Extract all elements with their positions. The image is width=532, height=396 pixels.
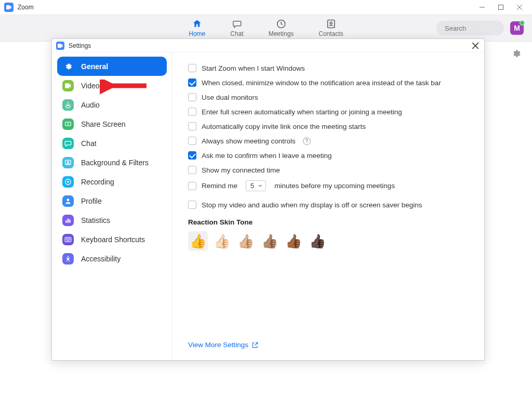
option-row[interactable]: Enter full screen automatically when sta… xyxy=(188,108,471,116)
sidebar-item-label: Recording xyxy=(81,178,114,186)
sidebar-item-label: Share Screen xyxy=(81,120,126,128)
sidebar-item-accessibility[interactable]: Accessibility xyxy=(57,249,167,268)
checkbox[interactable] xyxy=(188,166,196,174)
svg-point-22 xyxy=(68,239,68,239)
checkbox[interactable] xyxy=(188,201,196,209)
option-stop-video[interactable]: Stop my video and audio when my display … xyxy=(188,201,471,209)
svg-rect-19 xyxy=(69,219,70,222)
avatar[interactable]: M xyxy=(510,21,524,35)
svg-point-23 xyxy=(69,239,70,239)
option-remind[interactable]: Remind me 5 minutes before my upcoming m… xyxy=(188,180,471,191)
window-close[interactable] xyxy=(515,3,524,11)
window-maximize[interactable] xyxy=(497,3,505,11)
option-label: Remind me xyxy=(202,182,237,190)
option-label: Stop my video and audio when my display … xyxy=(202,201,422,209)
zoom-app-icon xyxy=(56,42,64,50)
sidebar-item-chat[interactable]: Chat xyxy=(57,134,167,153)
sidebar-item-label: Keyboard Shortcuts xyxy=(81,235,145,244)
option-row[interactable]: Use dual monitors xyxy=(188,93,471,101)
sidebar-item-label: Accessibility xyxy=(81,255,121,263)
sidebar-item-audio[interactable]: Audio xyxy=(57,95,167,114)
sidebar-item-recording[interactable]: Recording xyxy=(57,172,167,191)
search-box[interactable] xyxy=(436,21,504,35)
sidebar-item-video[interactable]: Video xyxy=(57,76,167,95)
option-label: Start Zoom when I start Windows xyxy=(202,64,305,72)
svg-rect-17 xyxy=(65,220,66,223)
sharescreen-icon xyxy=(62,118,74,130)
settings-content: Start Zoom when I start WindowsWhen clos… xyxy=(172,52,484,360)
checkbox[interactable] xyxy=(188,78,196,87)
view-more-settings-link[interactable]: View More Settings xyxy=(188,341,259,349)
skin-tone-option[interactable]: 👍🏻 xyxy=(212,231,232,251)
help-icon[interactable]: ? xyxy=(303,137,311,145)
settings-sidebar: GeneralVideoAudioShare ScreenChatBackgro… xyxy=(52,52,172,360)
titlebar-appname: Zoom xyxy=(18,4,34,11)
nav-tab-contacts[interactable]: Contacts xyxy=(318,19,343,37)
option-label: Always show meeting controls xyxy=(202,137,296,145)
sidebar-item-label: Audio xyxy=(81,101,100,109)
skin-tone-option[interactable]: 👍🏽 xyxy=(260,231,280,251)
audio-icon xyxy=(62,99,74,111)
option-row[interactable]: Automatically copy invite link once the … xyxy=(188,122,471,130)
nav-tab-label: Chat xyxy=(230,30,243,37)
nav-tab-home[interactable]: Home xyxy=(189,19,205,37)
skin-tone-option[interactable]: 👍🏼 xyxy=(236,231,256,251)
option-label: Show my connected time xyxy=(202,166,280,174)
settings-title: Settings xyxy=(69,42,91,49)
sidebar-item-shortcuts[interactable]: Keyboard Shortcuts xyxy=(57,230,167,249)
remind-minutes-select[interactable]: 5 xyxy=(246,180,266,191)
accessibility-icon xyxy=(62,253,74,265)
gear-icon[interactable] xyxy=(511,49,521,60)
chat-icon xyxy=(231,19,243,29)
nav-tab-label: Home xyxy=(189,30,205,37)
nav-tab-chat[interactable]: Chat xyxy=(230,19,243,37)
svg-point-25 xyxy=(68,256,69,257)
skin-tone-option[interactable]: 👍🏾 xyxy=(284,231,303,251)
skin-tone-option[interactable]: 👍🏿 xyxy=(308,231,327,251)
main-nav: Home Chat Meetings Contacts M xyxy=(0,15,532,42)
sidebar-item-label: Chat xyxy=(81,139,97,148)
svg-rect-18 xyxy=(68,218,69,222)
close-icon[interactable] xyxy=(471,41,480,50)
sidebar-item-label: Video xyxy=(81,82,100,90)
sidebar-item-label: General xyxy=(81,62,108,71)
option-label: Enter full screen automatically when sta… xyxy=(202,108,402,116)
option-row[interactable]: Always show meeting controls? xyxy=(188,137,471,145)
skin-tone-picker: 👍👍🏻👍🏼👍🏽👍🏾👍🏿 xyxy=(188,231,471,251)
checkbox[interactable] xyxy=(188,122,196,130)
chat-icon xyxy=(62,138,74,149)
sidebar-item-sharescreen[interactable]: Share Screen xyxy=(57,114,167,134)
zoom-app-icon xyxy=(4,3,14,12)
view-more-label: View More Settings xyxy=(188,341,248,349)
checkbox[interactable] xyxy=(188,108,196,116)
window-minimize[interactable] xyxy=(478,3,486,11)
checkbox[interactable] xyxy=(188,64,196,72)
svg-point-6 xyxy=(330,22,332,24)
sidebar-item-statistics[interactable]: Statistics xyxy=(57,210,167,230)
option-label: minutes before my upcoming meetings xyxy=(274,182,395,190)
statistics-icon xyxy=(62,215,74,226)
checkbox[interactable] xyxy=(188,93,196,101)
nav-tab-label: Meetings xyxy=(269,30,294,37)
video-icon xyxy=(62,80,74,91)
clock-icon xyxy=(275,19,287,29)
option-label: When closed, minimize window to the noti… xyxy=(202,79,441,87)
sidebar-item-label: Statistics xyxy=(81,216,110,225)
option-row[interactable]: Show my connected time xyxy=(188,166,471,174)
checkbox[interactable] xyxy=(188,137,196,145)
option-row[interactable]: Ask me to confirm when I leave a meeting xyxy=(188,151,471,160)
svg-point-15 xyxy=(67,181,69,183)
nav-tab-meetings[interactable]: Meetings xyxy=(269,19,294,37)
sidebar-item-profile[interactable]: Profile xyxy=(57,191,167,210)
option-row[interactable]: When closed, minimize window to the noti… xyxy=(188,78,471,87)
checkbox[interactable] xyxy=(188,182,196,190)
bgfilters-icon xyxy=(62,157,74,168)
option-row[interactable]: Start Zoom when I start Windows xyxy=(188,64,471,72)
reaction-skin-tone-heading: Reaction Skin Tone xyxy=(188,218,471,226)
checkbox[interactable] xyxy=(188,151,196,160)
option-label: Automatically copy invite link once the … xyxy=(202,123,366,130)
sidebar-item-bgfilters[interactable]: Background & Filters xyxy=(57,153,167,172)
sidebar-item-general[interactable]: General xyxy=(57,57,167,76)
home-icon xyxy=(191,19,203,29)
skin-tone-option[interactable]: 👍 xyxy=(188,231,208,251)
